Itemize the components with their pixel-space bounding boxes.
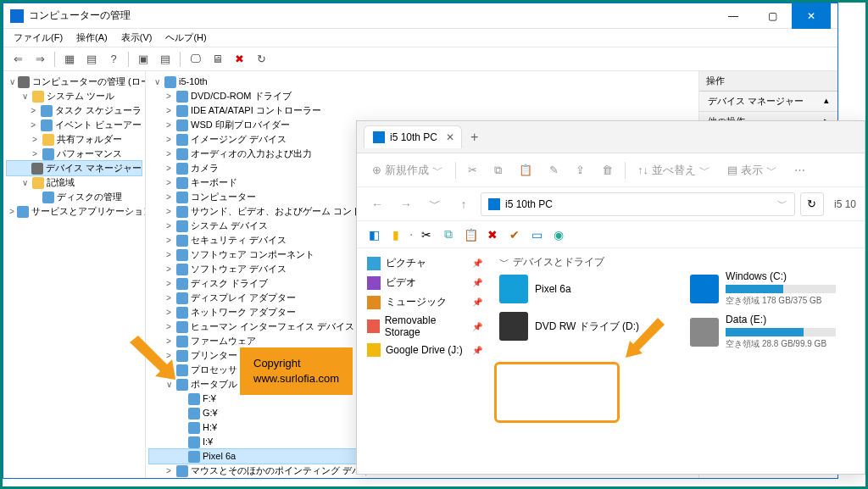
folder-icon[interactable]: ▮ bbox=[387, 226, 404, 243]
expander-icon[interactable]: > bbox=[164, 291, 174, 305]
expander-icon[interactable]: > bbox=[29, 118, 38, 132]
pin-icon[interactable]: 📌 bbox=[472, 278, 482, 287]
expander-icon[interactable]: > bbox=[164, 204, 174, 219]
pin-icon[interactable]: 📌 bbox=[472, 346, 482, 355]
remove-icon[interactable]: ✖ bbox=[230, 50, 248, 69]
device-item[interactable]: >DVD/CD-ROM ドライブ bbox=[149, 89, 695, 103]
new-button[interactable]: ⊕新規作成﹀ bbox=[367, 159, 448, 181]
sort-button[interactable]: ↑↓並べ替え﹀ bbox=[632, 159, 715, 181]
tab-close-icon[interactable]: ✕ bbox=[446, 131, 454, 143]
tree-item[interactable]: ∨記憶域 bbox=[7, 175, 142, 190]
drive-windows-c[interactable]: Windows (C:) 空き領域 178 GB/375 GB bbox=[690, 270, 836, 307]
expander-icon[interactable]: > bbox=[164, 132, 174, 147]
tree-item[interactable]: >イベント ビューアー bbox=[7, 118, 142, 132]
minimize-button[interactable]: — bbox=[714, 3, 753, 29]
expander-icon[interactable]: > bbox=[164, 262, 174, 276]
device-icon[interactable]: ▤ bbox=[156, 50, 175, 69]
actions-item[interactable]: デバイス マネージャー▴ bbox=[699, 92, 837, 112]
expander-icon[interactable]: > bbox=[164, 118, 174, 132]
more-button[interactable]: ⋯ bbox=[789, 160, 810, 180]
expander-icon[interactable]: > bbox=[164, 89, 174, 103]
expander-icon[interactable]: > bbox=[164, 305, 174, 320]
maximize-button[interactable]: ▢ bbox=[753, 3, 792, 29]
tree-item[interactable]: >サービスとアプリケーション bbox=[7, 204, 142, 219]
expander-icon[interactable]: > bbox=[9, 204, 14, 219]
expander-icon[interactable]: > bbox=[164, 464, 174, 478]
expander-icon[interactable]: > bbox=[30, 147, 40, 161]
help-icon[interactable]: ? bbox=[104, 50, 123, 69]
paste-icon[interactable]: 📋 bbox=[514, 160, 537, 180]
menu-file[interactable]: ファイル(F) bbox=[7, 30, 70, 46]
device-item[interactable]: ∨i5-10th bbox=[149, 75, 695, 89]
expander-icon[interactable]: > bbox=[164, 103, 174, 118]
delete-icon[interactable]: 🗑 bbox=[597, 160, 618, 180]
cut-icon[interactable]: ✂ bbox=[463, 160, 482, 180]
paste-icon[interactable]: 📋 bbox=[462, 226, 479, 243]
expander-icon[interactable] bbox=[175, 406, 186, 420]
device-item[interactable]: >IDE ATA/ATAPI コントローラー bbox=[149, 103, 695, 118]
shell-icon[interactable]: ◉ bbox=[550, 226, 567, 243]
nav-history-button[interactable]: ﹀ bbox=[423, 192, 447, 216]
group-header[interactable]: ﹀デバイスとドライブ bbox=[499, 255, 639, 270]
tab-active[interactable]: i5 10th PC ✕ bbox=[364, 125, 462, 148]
scan-icon[interactable]: 🖵 bbox=[186, 50, 204, 69]
nav-up-button[interactable]: ↑ bbox=[452, 192, 476, 216]
expander-icon[interactable] bbox=[175, 449, 186, 464]
expander-icon[interactable] bbox=[22, 161, 29, 175]
forward-icon[interactable]: ⇒ bbox=[31, 50, 49, 69]
share-icon[interactable]: ⇪ bbox=[570, 160, 590, 180]
tree-item[interactable]: ∨コンピューターの管理 (ローカル) bbox=[7, 75, 142, 89]
expander-icon[interactable]: > bbox=[29, 103, 38, 118]
pin-icon[interactable]: 📌 bbox=[472, 322, 482, 331]
expander-icon[interactable] bbox=[175, 420, 186, 435]
expander-icon[interactable]: > bbox=[164, 147, 174, 161]
tool-icon[interactable]: ▤ bbox=[82, 50, 101, 69]
device-icon[interactable]: ▣ bbox=[134, 50, 153, 69]
sidebar-item[interactable]: ピクチャ📌 bbox=[364, 253, 486, 273]
expander-icon[interactable]: > bbox=[164, 320, 174, 334]
expander-icon[interactable]: > bbox=[164, 233, 174, 247]
expander-icon[interactable]: > bbox=[164, 247, 174, 262]
drive-pixel[interactable]: Pixel 6a bbox=[499, 275, 639, 303]
expander-icon[interactable]: > bbox=[164, 276, 174, 291]
delete-icon[interactable]: ✖ bbox=[484, 226, 501, 243]
tree-item[interactable]: ∨システム ツール bbox=[7, 89, 142, 103]
sidebar-item[interactable]: ビデオ📌 bbox=[364, 273, 486, 292]
menu-view[interactable]: 表示(V) bbox=[114, 30, 159, 46]
tree-item[interactable]: デバイス マネージャー bbox=[7, 161, 142, 175]
sidebar-item[interactable]: Removable Storage📌 bbox=[364, 312, 486, 341]
expander-icon[interactable]: ∨ bbox=[9, 75, 15, 89]
sidebar-item[interactable]: Google Drive (J:)📌 bbox=[364, 341, 486, 359]
expander-icon[interactable] bbox=[175, 435, 186, 449]
expander-icon[interactable]: > bbox=[164, 219, 174, 233]
drive-data-e[interactable]: Data (E:) 空き領域 28.8 GB/99.9 GB bbox=[690, 314, 836, 350]
pin-icon[interactable]: 📌 bbox=[472, 258, 482, 268]
address-bar[interactable]: i5 10th PC ﹀ bbox=[481, 192, 795, 216]
expander-icon[interactable]: ∨ bbox=[19, 89, 30, 103]
check-icon[interactable]: ✔ bbox=[506, 226, 523, 243]
expander-icon[interactable]: > bbox=[30, 132, 40, 147]
expander-icon[interactable]: > bbox=[164, 175, 174, 190]
expander-icon[interactable]: > bbox=[164, 161, 174, 175]
expander-icon[interactable] bbox=[30, 190, 40, 204]
close-button[interactable]: ✕ bbox=[792, 3, 831, 29]
tree-item[interactable]: ディスクの管理 bbox=[7, 190, 142, 204]
tree-item[interactable]: >共有フォルダー bbox=[7, 132, 142, 147]
menu-help[interactable]: ヘルプ(H) bbox=[159, 30, 213, 46]
menu-action[interactable]: 操作(A) bbox=[70, 30, 114, 46]
sidebar-item[interactable]: ミュージック📌 bbox=[364, 292, 486, 312]
qat-icon[interactable]: ◧ bbox=[365, 226, 382, 243]
tree-item[interactable]: >タスク スケジューラ bbox=[7, 103, 142, 118]
chevron-down-icon[interactable]: ﹀ bbox=[777, 197, 787, 211]
view-button[interactable]: ▤表示﹀ bbox=[722, 159, 782, 181]
back-icon[interactable]: ⇐ bbox=[8, 50, 27, 69]
refresh-button[interactable]: ↻ bbox=[800, 192, 824, 216]
refresh-icon[interactable]: ↻ bbox=[252, 50, 270, 69]
tool-icon[interactable]: ▦ bbox=[60, 50, 79, 69]
copy-icon[interactable]: ⧉ bbox=[440, 226, 457, 243]
breadcrumb[interactable]: i5 10th PC bbox=[505, 198, 553, 210]
tree-item[interactable]: >パフォーマンス bbox=[7, 147, 142, 161]
scan-icon[interactable]: 🖥 bbox=[208, 50, 226, 69]
copy-icon[interactable]: ⧉ bbox=[489, 160, 507, 181]
left-tree[interactable]: ∨コンピューターの管理 (ローカル)∨システム ツール>タスク スケジューラ>イ… bbox=[7, 75, 142, 219]
